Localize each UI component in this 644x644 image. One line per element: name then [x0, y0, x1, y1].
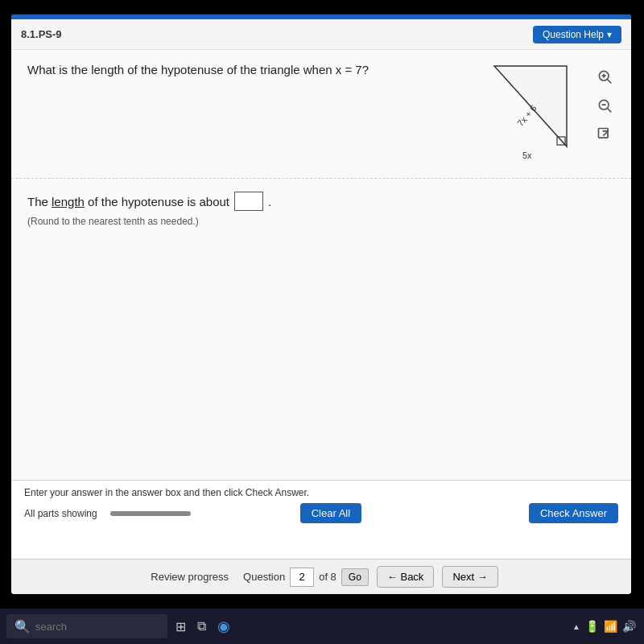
next-button[interactable]: Next → — [442, 566, 497, 588]
zoom-out-icon[interactable] — [594, 95, 615, 116]
taskbar-right: ▲ 🔋 📶 🔊 — [572, 620, 644, 633]
external-link-icon[interactable] — [594, 124, 615, 145]
all-parts-label: All parts showing — [24, 508, 97, 519]
svg-line-5 — [608, 80, 612, 84]
question-section: What is the length of the hypotenuse of … — [11, 50, 631, 179]
app-header: 8.1.PS-9 Question Help ▾ — [11, 19, 631, 50]
instruction-bar: Enter your answer in the answer box and … — [11, 480, 631, 530]
review-progress-button[interactable]: Review progress — [144, 568, 235, 586]
answer-prefix: The length of the hypotenuse is about — [27, 195, 229, 208]
question-label: Question — [243, 571, 285, 583]
taskbar-wifi-icon: 📶 — [604, 620, 617, 633]
problem-id: 8.1.PS-9 — [21, 28, 62, 40]
taskbar: 🔍 ⊞ ⧉ ◉ ▲ 🔋 📶 🔊 — [0, 609, 644, 644]
answer-text-row: The length of the hypotenuse is about . — [27, 192, 615, 211]
taskbar-arrow-icon[interactable]: ▲ — [572, 622, 580, 631]
task-view-icon[interactable]: ⧉ — [197, 619, 206, 634]
svg-text:7x + 6: 7x + 6 — [515, 103, 539, 128]
instruction-text: Enter your answer in the answer box and … — [24, 487, 618, 498]
taskbar-sound-icon: 🔊 — [622, 620, 636, 633]
svg-line-12 — [603, 131, 608, 136]
round-note: (Round to the nearest tenth as needed.) — [27, 216, 615, 227]
app-content: What is the length of the hypotenuse of … — [11, 50, 631, 494]
taskbar-search-area[interactable]: 🔍 — [6, 614, 167, 638]
side-icons — [594, 63, 615, 145]
black-top-bar — [0, 0, 644, 14]
progress-indicator — [110, 511, 191, 516]
question-help-button[interactable]: Question Help ▾ — [533, 26, 621, 43]
taskbar-search-input[interactable] — [35, 621, 148, 633]
all-parts-row: All parts showing Clear All Check Answer — [24, 503, 618, 523]
windows-icon[interactable]: ⊞ — [175, 619, 186, 634]
zoom-in-icon[interactable] — [594, 66, 615, 87]
clear-all-button[interactable]: Clear All — [300, 503, 361, 523]
nav-bar: Review progress Question of 8 Go ← Back … — [11, 559, 631, 594]
go-button[interactable]: Go — [341, 568, 369, 586]
triangle-diagram: 7x + 6 5x — [478, 58, 583, 166]
answer-suffix: . — [268, 195, 271, 208]
svg-line-9 — [608, 109, 612, 113]
chevron-down-icon: ▾ — [607, 29, 612, 40]
search-icon: 🔍 — [14, 619, 31, 634]
check-answer-button[interactable]: Check Answer — [529, 503, 618, 523]
answer-section: The length of the hypotenuse is about . … — [11, 179, 631, 240]
edge-browser-icon[interactable]: ◉ — [217, 617, 230, 635]
svg-text:5x: 5x — [522, 151, 532, 160]
app-window: 8.1.PS-9 Question Help ▾ What is the len… — [11, 14, 631, 594]
taskbar-right-icons: ▲ 🔋 📶 🔊 — [572, 620, 636, 633]
question-text: What is the length of the hypotenuse of … — [27, 63, 369, 76]
answer-input[interactable] — [234, 192, 263, 211]
back-button[interactable]: ← Back — [377, 566, 435, 588]
taskbar-battery-icon: 🔋 — [585, 620, 599, 633]
question-number-input[interactable] — [290, 568, 314, 587]
of-label: of 8 — [319, 571, 336, 583]
question-nav: Question of 8 Go — [243, 568, 369, 587]
taskbar-icons: ⊞ ⧉ ◉ — [175, 617, 230, 635]
